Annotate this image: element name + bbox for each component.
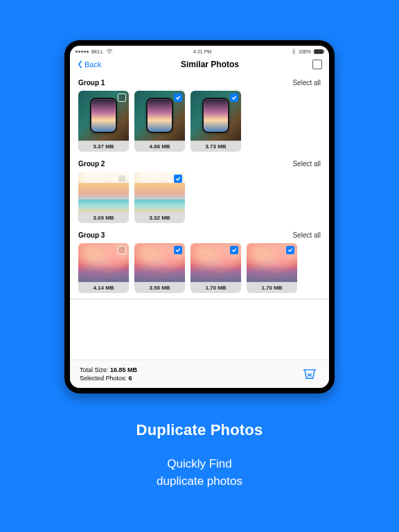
group-header: Group 1Select all xyxy=(78,76,321,91)
photo-thumbnail[interactable]: 4.14 MB xyxy=(78,243,129,293)
photo-size-label: 3.37 MB xyxy=(78,141,129,152)
photo-size-label: 3.58 MB xyxy=(134,282,185,293)
group-title: Group 1 xyxy=(78,79,105,87)
photo-group: Group 1Select all3.37 MB4.88 MB3.73 MB xyxy=(78,76,321,152)
trash-icon xyxy=(302,367,317,381)
total-size-value: 16.85 MB xyxy=(110,366,137,373)
photo-image xyxy=(134,91,185,141)
page-title: Similar Photos xyxy=(125,60,294,69)
checkbox-empty-icon[interactable] xyxy=(118,246,126,254)
photo-thumbnail[interactable]: 1.70 MB xyxy=(190,243,241,293)
photo-size-label: 1.70 MB xyxy=(247,282,297,293)
checkbox-checked-icon[interactable] xyxy=(230,94,238,102)
bluetooth-icon xyxy=(292,48,296,55)
select-all-global-checkbox[interactable] xyxy=(312,60,322,69)
photo-image xyxy=(78,91,129,141)
photo-image xyxy=(134,172,185,212)
chevron-left-icon xyxy=(77,60,83,69)
photo-thumbnail[interactable]: 3.32 MB xyxy=(134,172,185,223)
photo-image xyxy=(78,243,129,282)
selected-count-label: Selected Photos: xyxy=(80,375,127,382)
footer-bar: Total Size: 16.85 MB Selected Photos: 6 xyxy=(70,360,329,388)
carrier-label: BELL xyxy=(91,49,103,54)
checkbox-checked-icon[interactable] xyxy=(174,175,182,183)
wifi-icon xyxy=(106,48,113,54)
photo-group: Group 2Select all3.69 MB3.32 MB xyxy=(78,157,321,223)
checkbox-checked-icon[interactable] xyxy=(174,94,182,102)
marketing-subtext: Quickly Find duplicate photos xyxy=(136,456,263,490)
select-all-button[interactable]: Select all xyxy=(292,231,321,239)
checkbox-empty-icon[interactable] xyxy=(118,175,126,183)
photo-size-label: 3.32 MB xyxy=(134,212,185,223)
group-header: Group 2Select all xyxy=(78,157,321,172)
checkbox-checked-icon[interactable] xyxy=(230,246,238,254)
checkbox-checked-icon[interactable] xyxy=(286,246,294,254)
photo-image xyxy=(190,243,241,282)
total-size-label: Total Size: xyxy=(80,366,109,373)
photo-image xyxy=(247,243,297,282)
thumbnail-row: 4.14 MB3.58 MB1.70 MB1.70 MB xyxy=(78,243,321,293)
group-title: Group 3 xyxy=(78,231,105,239)
photo-thumbnail[interactable]: 3.37 MB xyxy=(78,91,129,152)
photo-size-label: 1.70 MB xyxy=(190,282,241,293)
photo-group: Group 3Select all4.14 MB3.58 MB1.70 MB1.… xyxy=(78,229,321,293)
clock-label: 4:21 PM xyxy=(193,49,211,54)
photo-size-label: 3.69 MB xyxy=(78,212,129,223)
thumbnail-row: 3.37 MB4.88 MB3.73 MB xyxy=(78,91,321,152)
thumbnail-row: 3.69 MB3.32 MB xyxy=(78,172,321,223)
selected-count-value: 6 xyxy=(129,375,132,382)
divider xyxy=(70,299,329,299)
photo-thumbnail[interactable]: 3.73 MB xyxy=(190,91,241,152)
photo-size-label: 4.88 MB xyxy=(134,141,185,152)
back-button[interactable]: Back xyxy=(77,60,125,69)
battery-icon xyxy=(314,49,323,54)
marketing-headline: Duplicate Photos xyxy=(136,421,263,439)
signal-dots-icon xyxy=(76,51,89,53)
select-all-button[interactable]: Select all xyxy=(292,160,321,168)
delete-button[interactable] xyxy=(300,366,319,382)
selection-summary: Total Size: 16.85 MB Selected Photos: 6 xyxy=(80,366,137,382)
checkbox-checked-icon[interactable] xyxy=(174,246,182,254)
photo-size-label: 3.73 MB xyxy=(190,141,241,152)
photo-image xyxy=(190,91,241,141)
photo-thumbnail[interactable]: 3.58 MB xyxy=(134,243,185,293)
group-title: Group 2 xyxy=(78,160,105,168)
photo-image xyxy=(134,243,185,282)
photo-thumbnail[interactable]: 4.88 MB xyxy=(134,91,185,152)
group-header: Group 3Select all xyxy=(78,229,321,243)
photo-image xyxy=(78,172,129,212)
navigation-bar: Back Similar Photos xyxy=(70,57,329,76)
tablet-frame: BELL 4:21 PM 100% Back Similar Photos Gr… xyxy=(64,40,335,393)
back-label: Back xyxy=(85,60,101,69)
photo-size-label: 4.14 MB xyxy=(78,282,129,293)
photo-thumbnail[interactable]: 3.69 MB xyxy=(78,172,129,223)
marketing-caption: Duplicate Photos Quickly Find duplicate … xyxy=(136,421,263,490)
checkbox-empty-icon[interactable] xyxy=(118,94,126,102)
app-screen: BELL 4:21 PM 100% Back Similar Photos Gr… xyxy=(70,46,329,388)
content-scroll[interactable]: Group 1Select all3.37 MB4.88 MB3.73 MBGr… xyxy=(70,76,329,360)
svg-point-0 xyxy=(109,53,110,53)
select-all-button[interactable]: Select all xyxy=(292,79,321,87)
battery-percent: 100% xyxy=(299,49,311,54)
status-bar: BELL 4:21 PM 100% xyxy=(70,46,329,57)
photo-thumbnail[interactable]: 1.70 MB xyxy=(247,243,297,293)
